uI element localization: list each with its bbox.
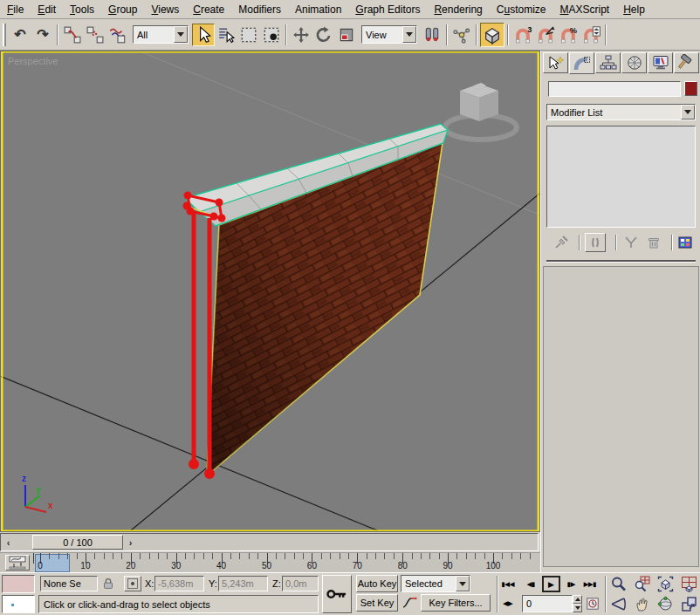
angle-snap-toggle-button[interactable]: [534, 24, 557, 46]
menu-tools[interactable]: Tools: [63, 1, 101, 18]
frame-spinner[interactable]: [573, 595, 582, 612]
spinner-up[interactable]: [573, 595, 582, 604]
menu-animation[interactable]: Animation: [288, 1, 348, 18]
chevron-down-icon: [406, 32, 413, 37]
make-unique-button[interactable]: [621, 234, 641, 251]
select-and-rotate-button[interactable]: [312, 24, 335, 46]
pan-button[interactable]: [631, 595, 653, 613]
spinner-snap-toggle-button[interactable]: [580, 24, 602, 46]
next-frame-icon: ▮▶: [567, 581, 575, 588]
modifier-stack-list[interactable]: [546, 126, 696, 228]
time-slider-prev-button[interactable]: ‹: [3, 536, 14, 549]
zoom-button[interactable]: [607, 575, 629, 593]
time-slider-track[interactable]: ‹ 0 / 100 ›: [0, 533, 539, 551]
show-end-result-button[interactable]: [585, 233, 606, 252]
key-mode-dropdown[interactable]: Selected: [401, 575, 470, 592]
arc-rotate-button[interactable]: [655, 595, 676, 613]
min-max-toggle-button[interactable]: [678, 595, 699, 613]
reference-coordsys-dropdown[interactable]: View: [361, 25, 417, 44]
panel-divider[interactable]: [546, 260, 696, 263]
select-object-button[interactable]: [192, 24, 215, 46]
rectangular-selection-region-button[interactable]: [237, 24, 260, 46]
reference-coordsys-arrow[interactable]: [402, 26, 416, 43]
select-and-scale-button[interactable]: [335, 24, 358, 46]
z-coord-field[interactable]: 0,0m: [282, 576, 319, 591]
menu-views[interactable]: Views: [144, 1, 186, 18]
tab-motion[interactable]: [621, 52, 647, 73]
menu-maxscript[interactable]: MAXScript: [553, 1, 617, 18]
menu-modifiers[interactable]: Modifiers: [231, 1, 288, 18]
modifier-list-arrow[interactable]: [681, 105, 695, 120]
menu-edit[interactable]: Edit: [31, 1, 63, 18]
unlink-button[interactable]: [84, 24, 106, 46]
zoom-extents-all-button[interactable]: [678, 575, 699, 593]
redo-button[interactable]: ↷: [31, 24, 54, 46]
toolbar-drag-handle[interactable]: [3, 24, 6, 46]
time-slider-next-button[interactable]: ›: [125, 536, 136, 549]
track-bar-ruler[interactable]: 0102030405060708090100: [33, 553, 539, 573]
select-and-link-button[interactable]: [61, 24, 84, 46]
window-crossing-toggle-button[interactable]: [260, 24, 283, 46]
tab-hierarchy[interactable]: [595, 52, 621, 73]
y-coord-field[interactable]: 5,243m: [218, 576, 268, 591]
object-color-swatch[interactable]: [684, 81, 697, 96]
modifier-list-value: Modifier List: [547, 105, 681, 120]
toolbar-separator: [579, 235, 580, 250]
select-by-name-button[interactable]: [215, 24, 237, 46]
go-to-start-button[interactable]: ▮◀◀: [499, 577, 517, 591]
select-and-manipulate-button[interactable]: [450, 24, 473, 46]
menu-graph-editors[interactable]: Graph Editors: [348, 1, 427, 18]
remove-modifier-button[interactable]: [644, 234, 663, 251]
viewport-label[interactable]: Perspective: [8, 56, 58, 66]
undo-button[interactable]: ↶: [9, 24, 31, 46]
use-pivot-center-button[interactable]: [421, 24, 443, 46]
selection-filter-dropdown[interactable]: All: [133, 25, 189, 44]
menu-help[interactable]: Help: [616, 1, 652, 18]
x-coord-field[interactable]: -5,638m: [154, 576, 204, 591]
snaps-cube-toggle-button[interactable]: [480, 23, 504, 47]
track-bar: 0102030405060708090100: [0, 552, 540, 572]
tab-display[interactable]: [648, 52, 673, 73]
maxscript-mini-listener-white[interactable]: [2, 595, 35, 613]
key-filters-button[interactable]: Key Filters...: [421, 594, 491, 612]
select-and-move-button[interactable]: [290, 24, 312, 46]
menu-create[interactable]: Create: [186, 1, 231, 18]
menu-file[interactable]: File: [0, 1, 31, 18]
modifier-list-dropdown[interactable]: Modifier List: [546, 104, 696, 120]
next-frame-button[interactable]: ▮▶: [564, 577, 579, 591]
menu-group[interactable]: Group: [101, 1, 144, 18]
play-button[interactable]: ▶: [542, 576, 560, 592]
menu-rendering[interactable]: Rendering: [427, 1, 489, 18]
zoom-all-button[interactable]: [631, 575, 653, 593]
selection-filter-arrow[interactable]: [174, 26, 188, 43]
tab-utilities[interactable]: [674, 52, 699, 73]
bind-to-spacewarp-button[interactable]: [106, 24, 129, 46]
percent-snap-toggle-button[interactable]: %: [557, 24, 580, 46]
viewport-canvas[interactable]: z y x Perspective: [0, 51, 540, 532]
previous-frame-button[interactable]: ◀▮: [524, 577, 539, 591]
selection-lock-toggle[interactable]: [100, 576, 117, 591]
field-of-view-button[interactable]: [607, 595, 629, 613]
default-tangent-button[interactable]: [401, 594, 418, 612]
set-keys-button[interactable]: [322, 575, 352, 613]
set-key-button[interactable]: Set Key: [356, 594, 398, 612]
tab-create[interactable]: [543, 52, 568, 73]
menu-customize[interactable]: Customize: [490, 1, 553, 18]
named-selection-set-field[interactable]: None Se: [40, 576, 98, 591]
object-name-field[interactable]: [548, 81, 681, 97]
spinner-down[interactable]: [573, 604, 582, 612]
configure-modifier-sets-button[interactable]: [676, 234, 695, 251]
key-mode-toggle-button[interactable]: ◀▶: [499, 596, 517, 611]
current-frame-field[interactable]: 0: [522, 595, 573, 612]
auto-key-button[interactable]: Auto Key: [356, 575, 398, 592]
time-slider-handle[interactable]: 0 / 100: [32, 535, 123, 550]
time-configuration-button[interactable]: [585, 596, 600, 612]
snap-toggle-3d-button[interactable]: 3: [511, 24, 534, 46]
pin-stack-button[interactable]: [552, 234, 571, 251]
zoom-extents-button[interactable]: [655, 575, 676, 593]
tab-modify[interactable]: [569, 52, 594, 74]
go-to-end-button[interactable]: ▶▶▮: [581, 577, 599, 591]
key-mode-arrow[interactable]: [456, 576, 470, 591]
absolute-offset-toggle[interactable]: [124, 576, 141, 591]
maxscript-mini-listener-pink[interactable]: [2, 575, 35, 593]
